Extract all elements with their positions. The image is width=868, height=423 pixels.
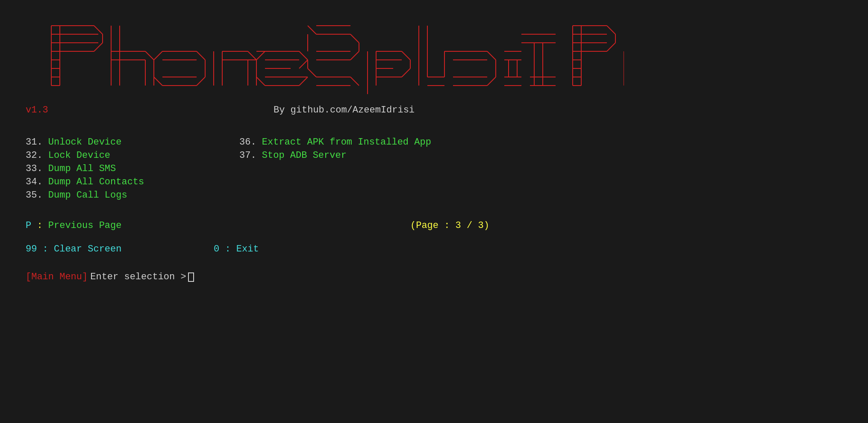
- svg-line-29: [197, 77, 205, 86]
- svg-line-24: [154, 51, 162, 60]
- menu-item[interactable]: 34. Dump All Contacts: [26, 177, 239, 187]
- exit-num: 0: [214, 244, 219, 254]
- svg-line-86: [487, 77, 496, 86]
- prompt-bracket-open: [: [26, 272, 31, 282]
- svg-line-57: [308, 26, 316, 34]
- svg-line-27: [197, 51, 205, 60]
- version-label: v1.3: [26, 105, 111, 115]
- prompt-text: Enter selection >: [90, 272, 186, 282]
- svg-line-71: [402, 68, 410, 77]
- svg-line-10: [94, 26, 103, 34]
- svg-line-49: [299, 77, 308, 86]
- bottom-nav: 99 : Clear Screen 0 : Exit: [26, 244, 842, 254]
- svg-line-36: [248, 51, 256, 60]
- exit-shortcut[interactable]: 0 : Exit: [214, 244, 259, 254]
- clear-label: Clear Screen: [54, 244, 121, 254]
- clear-screen-shortcut[interactable]: 99 : Clear Screen: [26, 244, 214, 254]
- svg-line-58: [350, 34, 359, 43]
- prev-separator: :: [37, 220, 48, 231]
- svg-line-63: [350, 77, 359, 86]
- menu-item[interactable]: 31. Unlock Device: [26, 137, 239, 148]
- svg-line-69: [402, 51, 410, 60]
- prev-page-shortcut[interactable]: P : Previous Page: [26, 220, 154, 231]
- svg-line-44: [256, 51, 265, 60]
- menu-col-1: 31. Unlock Device32. Lock Device33. Dump…: [26, 137, 239, 203]
- svg-line-62: [308, 68, 316, 77]
- menu-item[interactable]: 35. Dump Call Logs: [26, 190, 239, 201]
- svg-line-109: [607, 26, 615, 34]
- navigation-line: P : Previous Page (Page : 3 / 3): [26, 220, 842, 231]
- svg-line-17: [145, 51, 154, 60]
- svg-line-47: [299, 60, 308, 68]
- svg-line-46: [299, 51, 308, 60]
- exit-separator: :: [225, 244, 236, 254]
- prompt-bracket-close: ]: [82, 272, 88, 282]
- svg-line-84: [487, 51, 496, 60]
- menu-item[interactable]: 33. Dump All SMS: [26, 163, 239, 174]
- exit-label: Exit: [236, 244, 259, 254]
- author-label: By github.com/AzeemIdrisi: [274, 105, 415, 115]
- prompt-line: [ Main Menu ] Enter selection >: [26, 272, 842, 282]
- cursor-block: [188, 272, 194, 282]
- menu-item[interactable]: 36. Extract APK from Installed App: [239, 137, 453, 148]
- prompt-menu-label: Main Menu: [31, 272, 82, 282]
- menu-item[interactable]: 32. Lock Device: [26, 150, 239, 161]
- prev-key: P: [26, 220, 31, 231]
- menu-item[interactable]: 37. Stop ADB Server: [239, 150, 453, 161]
- clear-num: 99: [26, 244, 37, 254]
- clear-separator: :: [43, 244, 54, 254]
- svg-line-26: [154, 77, 162, 86]
- page-indicator: (Page : 3 / 3): [410, 220, 489, 231]
- version-author-line: v1.3 By github.com/AzeemIdrisi: [26, 105, 842, 115]
- menu-col-2: 36. Extract APK from Installed App37. St…: [239, 137, 453, 203]
- svg-line-12: [94, 43, 103, 51]
- menu-section: 31. Unlock Device32. Lock Device33. Dump…: [26, 137, 842, 203]
- svg-line-45: [256, 77, 265, 86]
- svg-line-111: [607, 43, 615, 51]
- logo-container: [26, 17, 842, 96]
- svg-line-60: [350, 51, 359, 60]
- logo-svg: [26, 17, 624, 94]
- prev-label: Previous Page: [48, 220, 122, 231]
